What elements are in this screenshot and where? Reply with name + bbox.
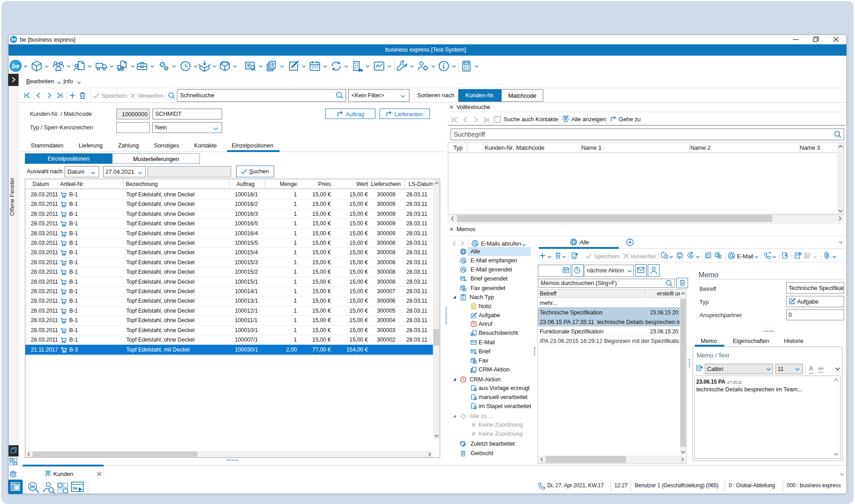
svg-text:be: be [12, 62, 19, 70]
svg-text:?: ? [472, 321, 475, 326]
svg-text:be: be [11, 37, 16, 42]
svg-text:?: ? [462, 377, 465, 382]
svg-text:be: be [73, 486, 78, 490]
svg-text:be: be [30, 484, 35, 489]
